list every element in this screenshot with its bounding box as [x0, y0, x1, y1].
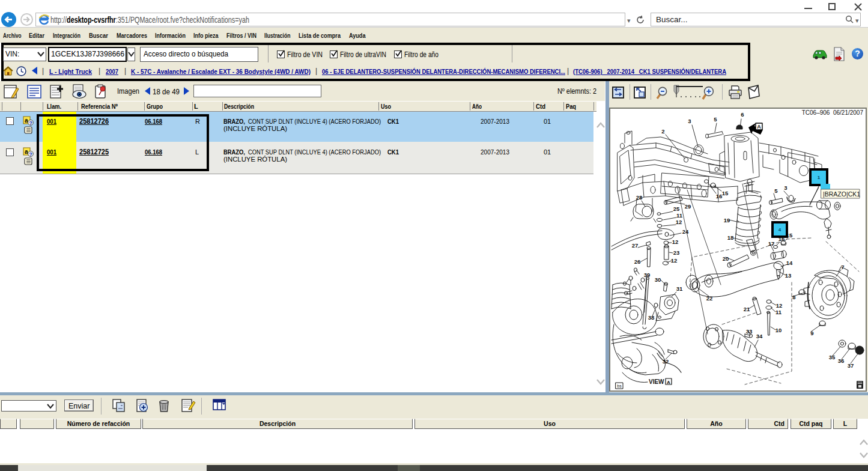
svg-text:18: 18 — [727, 234, 734, 241]
svg-text:28: 28 — [636, 194, 643, 201]
svg-text:4: 4 — [778, 227, 782, 232]
svg-text:bs: bs — [617, 384, 622, 388]
svg-text:38: 38 — [648, 314, 655, 321]
svg-text:6: 6 — [741, 111, 744, 118]
svg-text:32: 32 — [663, 358, 669, 365]
svg-text:37: 37 — [848, 362, 854, 369]
svg-text:A: A — [757, 124, 761, 130]
svg-text:11: 11 — [676, 212, 683, 219]
svg-text:12: 12 — [672, 239, 679, 245]
svg-text:5: 5 — [774, 187, 778, 194]
svg-text:33: 33 — [746, 328, 753, 335]
svg-text:9: 9 — [810, 330, 813, 336]
svg-text:14: 14 — [786, 260, 793, 266]
svg-text:16: 16 — [716, 193, 723, 199]
svg-text:35: 35 — [829, 354, 836, 360]
svg-text:13: 13 — [785, 272, 792, 279]
svg-text:12: 12 — [776, 302, 783, 309]
svg-text:30: 30 — [655, 276, 661, 283]
svg-text:25: 25 — [673, 205, 680, 212]
svg-text:?: ? — [29, 151, 33, 157]
svg-text:34: 34 — [756, 333, 763, 339]
svg-text:22: 22 — [706, 295, 713, 302]
svg-text:a: a — [25, 148, 28, 155]
svg-text:26: 26 — [634, 258, 641, 265]
svg-text:2: 2 — [661, 128, 664, 135]
svg-text:39: 39 — [644, 272, 651, 278]
svg-text:3: 3 — [784, 184, 787, 191]
svg-text:8: 8 — [792, 294, 795, 300]
svg-text:1: 1 — [818, 175, 821, 180]
svg-text:A: A — [667, 380, 670, 385]
svg-text:12: 12 — [676, 219, 682, 225]
svg-text:24: 24 — [682, 228, 689, 235]
svg-text:11: 11 — [775, 309, 782, 315]
svg-text:12: 12 — [671, 257, 678, 264]
svg-text:3: 3 — [688, 118, 691, 124]
svg-text:TC06–906 06/21/2007: TC06–906 06/21/2007 — [802, 109, 864, 116]
svg-text:7: 7 — [841, 264, 844, 270]
svg-text:21: 21 — [744, 306, 750, 312]
svg-text:17: 17 — [768, 240, 775, 247]
svg-text:29: 29 — [685, 203, 691, 210]
svg-text:5: 5 — [714, 116, 717, 123]
svg-text:|BRAZO|CK1: |BRAZO|CK1 — [823, 190, 860, 198]
svg-text:19: 19 — [724, 217, 730, 223]
svg-text:?: ? — [29, 120, 33, 126]
svg-text:10: 10 — [775, 327, 782, 333]
svg-text:23: 23 — [673, 249, 680, 256]
svg-text:36: 36 — [838, 357, 845, 364]
svg-text:20: 20 — [723, 255, 729, 262]
svg-text:15: 15 — [722, 190, 729, 196]
svg-text:a: a — [25, 117, 28, 124]
svg-text:VIEW: VIEW — [649, 378, 664, 385]
svg-text:31: 31 — [676, 285, 683, 292]
svg-text:27: 27 — [632, 242, 639, 249]
